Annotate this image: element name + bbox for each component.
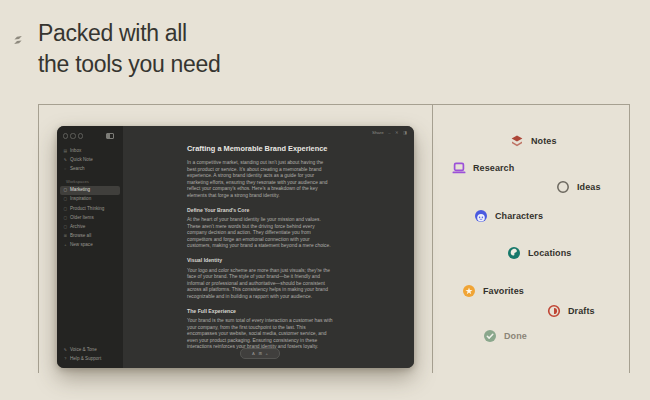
tool-label: Research: [473, 163, 514, 173]
sidebar-item-label: New space: [70, 242, 93, 248]
sidebar-item-label: Voice & Tone: [70, 347, 97, 353]
document-heading: Define Your Brand's Core: [187, 207, 333, 213]
sidebar-item-inspiration[interactable]: ▢ Inspiration: [60, 195, 120, 204]
window-maximize-icon[interactable]: [78, 133, 83, 138]
globe-icon: [507, 246, 521, 260]
divider-middle: [432, 104, 433, 373]
page: Packed with allthe tools you need ▤ Inbo…: [0, 0, 650, 400]
divider-top: [38, 104, 630, 105]
pencil-icon: ✎: [63, 157, 68, 163]
sidebar-item-label: Archive: [70, 224, 85, 230]
grid-icon: ⊞: [63, 233, 68, 239]
sidebar-item-label: Inbox: [70, 148, 81, 154]
folder-icon: ▢: [63, 206, 68, 212]
app-window: ▤ Inbox ✎ Quick Note ○ Search Workspaces…: [57, 126, 414, 368]
window-sidebar: ▤ Inbox ✎ Quick Note ○ Search Workspaces…: [57, 126, 123, 368]
tool-chip-research: Research: [452, 161, 514, 175]
tool-label: Done: [504, 331, 527, 341]
sidebar-item-label: Quick Note: [70, 157, 93, 163]
inbox-icon: ▤: [63, 148, 68, 154]
check-icon: [483, 329, 497, 343]
divider-right: [629, 104, 630, 373]
divider-left: [38, 104, 39, 373]
sidebar-footer: ✎ Voice & Tone ? Help & Support: [60, 346, 120, 364]
sidebar-item-older-items[interactable]: ▢ Older Items: [60, 213, 120, 222]
tool-label: Drafts: [568, 306, 595, 316]
sidebar-item-label: Browse all: [70, 233, 91, 239]
document-heading: The Full Experience: [187, 308, 333, 314]
folder-icon: ▢: [63, 215, 68, 221]
tool-chip-locations: Locations: [507, 246, 571, 260]
folder-icon: ▢: [63, 187, 68, 193]
sidebar-toggle-icon[interactable]: [106, 133, 114, 140]
tool-chip-favorites: Favorites: [462, 284, 524, 298]
sidebar-item-voice-tone[interactable]: ✎ Voice & Tone: [60, 346, 120, 355]
plus-icon: +: [63, 242, 68, 248]
close-icon[interactable]: ✕: [395, 130, 399, 135]
sidebar-item-search[interactable]: ○ Search: [60, 164, 120, 173]
sidebar-item-product-thinking[interactable]: ▢ Product Thinking: [60, 204, 120, 213]
floating-toolbar[interactable]: A ⊞ +: [240, 348, 280, 359]
tool-chip-drafts: Drafts: [547, 304, 595, 318]
sidebar-item-label: Marketing: [70, 187, 90, 193]
window-close-icon[interactable]: [63, 133, 68, 138]
document-title: Crafting a Memorable Brand Experience: [187, 144, 333, 153]
tool-label: Favorites: [483, 286, 524, 296]
minimize-icon[interactable]: –: [388, 130, 390, 135]
document-paragraph: Your logo and color scheme are more than…: [187, 268, 333, 301]
tool-chip-characters: Characters: [474, 209, 543, 223]
sidebar-item-label: Older Items: [70, 215, 94, 221]
tool-chip-ideas: Ideas: [556, 180, 601, 194]
sidebar-item-label: Help & Support: [70, 356, 101, 362]
sidebar-item-label: Search: [70, 166, 85, 172]
star-icon: [462, 284, 476, 298]
window-minimize-icon[interactable]: [70, 133, 75, 138]
tool-label: Locations: [528, 248, 571, 258]
face-icon: [474, 209, 488, 223]
tool-label: Characters: [495, 211, 543, 221]
document-paragraph: At the heart of your brand identity lie …: [187, 217, 333, 250]
search-icon: ○: [63, 166, 68, 172]
document-body[interactable]: Crafting a Memorable Brand Experience In…: [187, 144, 333, 358]
laptop-icon: [452, 161, 466, 175]
sidebar-item-label: Inspiration: [70, 196, 91, 202]
tool-chip-notes: Notes: [510, 134, 557, 148]
sidebar-item-label: Product Thinking: [70, 206, 104, 212]
workspaces-section-label: Workspaces: [60, 174, 120, 186]
document-heading: Visual Identity: [187, 257, 333, 263]
text-size-icon[interactable]: A: [252, 351, 255, 356]
share-button[interactable]: Share: [372, 130, 384, 135]
sidebar-item-archive[interactable]: ▢ Archive: [60, 222, 120, 231]
tool-label: Notes: [531, 136, 557, 146]
half-circle-icon: [547, 304, 561, 318]
app-logo-icon[interactable]: [12, 32, 24, 44]
plus-icon[interactable]: +: [265, 351, 267, 356]
window-controls: [57, 126, 123, 140]
layers-icon: [510, 134, 524, 148]
folder-icon: ▢: [63, 224, 68, 230]
document-topbar: Share – ✕ ◨: [372, 130, 407, 135]
sidebar-item-marketing[interactable]: ▢ Marketing: [60, 186, 120, 195]
sidebar-item-quick-note[interactable]: ✎ Quick Note: [60, 155, 120, 164]
pencil-icon: ✎: [63, 347, 68, 353]
document-paragraph: In a competitive market, standing out is…: [187, 160, 333, 200]
sidebar-item-inbox[interactable]: ▤ Inbox: [60, 146, 120, 155]
heading-line-1: Packed with all: [38, 20, 187, 46]
document-area: Share – ✕ ◨ Crafting a Memorable Brand E…: [123, 126, 414, 368]
grid-icon[interactable]: ⊞: [258, 351, 262, 356]
folder-icon: ▢: [63, 196, 68, 202]
circle-outline-icon: [556, 180, 570, 194]
sidebar-item-new-space[interactable]: + New space: [60, 241, 120, 250]
tool-label: Ideas: [577, 182, 601, 192]
panel-icon[interactable]: ◨: [403, 130, 407, 135]
document-paragraph: Your brand is the sum total of every int…: [187, 318, 333, 351]
help-icon: ?: [63, 356, 68, 362]
sidebar-item-browse-all[interactable]: ⊞ Browse all: [60, 232, 120, 241]
sidebar-nav: ▤ Inbox ✎ Quick Note ○ Search Workspaces…: [57, 140, 123, 250]
sidebar-item-help-support[interactable]: ? Help & Support: [60, 355, 120, 364]
tool-chip-done: Done: [483, 329, 527, 343]
page-title: Packed with allthe tools you need: [38, 18, 221, 80]
heading-line-2: the tools you need: [38, 51, 221, 77]
